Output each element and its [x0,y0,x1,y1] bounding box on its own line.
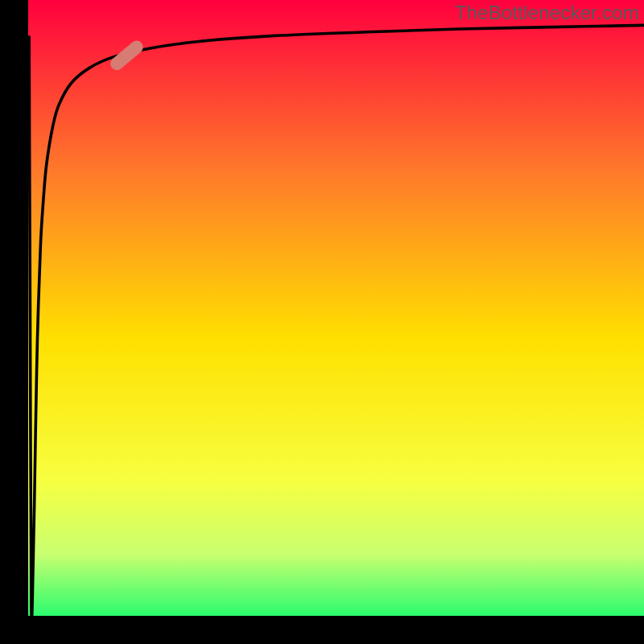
gradient-background [28,0,644,616]
y-axis [0,0,28,620]
chart-container: TheBottlenecker.com [0,0,644,644]
chart-svg [28,0,644,616]
x-axis [0,616,644,644]
plot-area [28,0,644,616]
watermark-text: TheBottlenecker.com [455,2,639,24]
